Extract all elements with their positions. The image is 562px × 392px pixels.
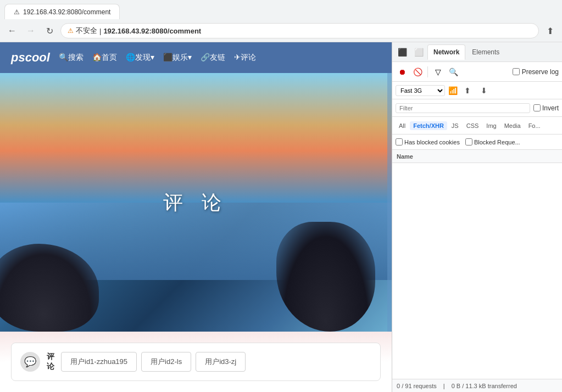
tab-bar: ⚠ 192.168.43.92:8080/comment [0, 0, 562, 20]
back-button[interactable]: ← [4, 23, 20, 38]
devtools-tab-bar: ⬛ ⬜ Network Elements [392, 42, 562, 62]
hero-right-bar [387, 73, 392, 332]
request-count: 0 / 91 requests [397, 383, 437, 389]
website-content: pscool 🔍搜索 🏠首页 🌐发现▾ ⬛娱乐▾ 🔗友链 ✈评论 评 论 💬 [0, 42, 392, 392]
network-table-header: Name [392, 150, 562, 163]
nav-search[interactable]: 🔍搜索 [59, 53, 84, 63]
name-column-header[interactable]: Name [397, 153, 413, 160]
forward-button[interactable]: → [23, 23, 38, 38]
filter-fetch-xhr[interactable]: Fetch/XHR [410, 121, 447, 130]
nav-links[interactable]: 🔗友链 [201, 53, 225, 63]
record-button[interactable]: ⏺ [396, 65, 409, 79]
share-button[interactable]: ⬆ [542, 23, 558, 38]
reload-button[interactable]: ↻ [42, 23, 57, 38]
filter-img[interactable]: Img [483, 121, 499, 130]
address-url: 192.168.43.92:8080/comment [103, 27, 201, 35]
blocked-cookies-label[interactable]: Has blocked cookies [396, 138, 460, 145]
tab-network[interactable]: Network [427, 44, 465, 60]
search-button[interactable]: 🔍 [447, 65, 460, 79]
sky-gradient [0, 73, 392, 203]
filter-input[interactable] [396, 103, 530, 113]
nav-entertainment[interactable]: ⬛娱乐▾ [163, 53, 192, 63]
preserve-log-label[interactable]: Preserve log [513, 68, 559, 76]
filter-media[interactable]: Media [501, 121, 524, 130]
filter-all[interactable]: All [396, 121, 409, 130]
address-bar-input[interactable]: ⚠ 不安全 | 192.168.43.92:8080/comment [60, 23, 539, 38]
security-warning-icon: ⚠ [68, 27, 74, 35]
browser-tab[interactable]: ⚠ 192.168.43.92:8080/comment [4, 4, 120, 19]
security-label: 不安全 [76, 26, 97, 36]
tab-elements[interactable]: Elements [466, 45, 505, 59]
comment-label: 评 论 [47, 352, 54, 372]
upload-button[interactable]: ⬆ [461, 84, 474, 97]
browser-chrome: ⚠ 192.168.43.92:8080/comment ← → ↻ ⚠ 不安全… [0, 0, 562, 42]
transferred-size: 0 B / 11.3 kB transferred [452, 383, 517, 389]
checkbox-row: Has blocked cookies Blocked Reque... [392, 135, 562, 150]
blocked-requests-text: Blocked Reque... [474, 139, 520, 145]
invert-label[interactable]: Invert [533, 104, 559, 112]
blocked-requests-checkbox[interactable] [465, 138, 472, 145]
preserve-log-text: Preserve log [522, 68, 559, 76]
network-toolbar: ⏺ 🚫 ▽ 🔍 Preserve log [392, 62, 562, 82]
nav-home[interactable]: 🏠首页 [92, 53, 117, 63]
site-navigation: pscool 🔍搜索 🏠首页 🌐发现▾ ⬛娱乐▾ 🔗友链 ✈评论 [0, 42, 392, 73]
filter-button[interactable]: ▽ [431, 65, 444, 79]
filter-css[interactable]: CSS [463, 121, 482, 130]
filter-types: All Fetch/XHR JS CSS Img Media Fo... [392, 117, 562, 135]
preserve-log-checkbox[interactable] [513, 68, 520, 75]
tab-title: 192.168.43.92:8080/comment [23, 8, 110, 16]
devtools-responsive-btn[interactable]: ⬜ [411, 44, 426, 60]
devtools-panel: ⬛ ⬜ Network Elements ⏺ 🚫 ▽ 🔍 Preserve lo… [392, 42, 562, 392]
address-bar: ← → ↻ ⚠ 不安全 | 192.168.43.92:8080/comment… [0, 20, 562, 42]
filter-font[interactable]: Fo... [525, 121, 544, 130]
user-tab-1[interactable]: 用户id1-zzhua195 [61, 352, 137, 372]
devtools-status-bar: 0 / 91 requests | 0 B / 11.3 kB transfer… [392, 379, 562, 392]
devtools-inspect-btn[interactable]: ⬛ [394, 44, 410, 60]
filter-toolbar: Invert [392, 99, 562, 117]
invert-checkbox[interactable] [533, 104, 541, 111]
user-tab-2[interactable]: 用户id2-ls [141, 352, 191, 372]
throttle-select[interactable]: No throttling Fast 3G Slow 3G Offline [396, 85, 445, 96]
hero-section: 评 论 [0, 73, 392, 332]
throttle-toolbar: No throttling Fast 3G Slow 3G Offline 📶 … [392, 82, 562, 99]
rock-right [276, 222, 375, 332]
network-table-body [392, 163, 562, 379]
comment-box: 💬 评 论 用户id1-zzhua195 用户id2-ls 用户id3-zj [11, 343, 381, 381]
blocked-requests-label[interactable]: Blocked Reque... [465, 138, 520, 145]
invert-text: Invert [542, 104, 559, 112]
user-tab-3[interactable]: 用户id3-zj [196, 352, 246, 372]
comment-label-char2: 论 [47, 362, 54, 372]
comment-icon: 💬 [20, 352, 40, 372]
comment-section: 💬 评 论 用户id1-zzhua195 用户id2-ls 用户id3-zj [0, 332, 392, 392]
download-button[interactable]: ⬇ [477, 84, 491, 97]
main-area: pscool 🔍搜索 🏠首页 🌐发现▾ ⬛娱乐▾ 🔗友链 ✈评论 评 论 💬 [0, 42, 562, 392]
filter-js[interactable]: JS [448, 121, 462, 130]
blocked-cookies-checkbox[interactable] [396, 138, 403, 145]
user-tabs: 用户id1-zzhua195 用户id2-ls 用户id3-zj [61, 352, 246, 372]
blocked-cookies-text: Has blocked cookies [404, 139, 460, 145]
comment-label-char1: 评 [47, 352, 54, 362]
address-separator: | [99, 27, 101, 35]
site-logo: pscool [11, 51, 50, 65]
hero-title: 评 论 [163, 189, 228, 216]
nav-discover[interactable]: 🌐发现▾ [126, 53, 154, 63]
clear-button[interactable]: 🚫 [411, 65, 424, 79]
wifi-icon: 📶 [448, 86, 458, 95]
nav-comments[interactable]: ✈评论 [234, 53, 256, 63]
tab-favicon: ⚠ [14, 8, 20, 16]
separator: | [443, 383, 445, 389]
toolbar-separator-1 [427, 66, 428, 77]
